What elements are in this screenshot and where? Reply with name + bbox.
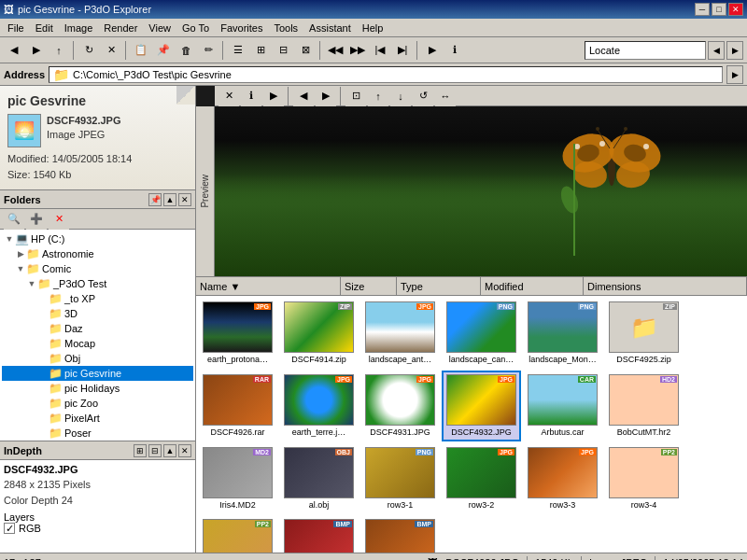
tree-item-daz[interactable]: 📁Daz: [2, 321, 193, 336]
preview-zoom-fit[interactable]: ⊡: [345, 86, 366, 106]
file-item-18[interactable]: PP2row3-5: [198, 515, 277, 553]
toolbar-delete[interactable]: 🗑: [176, 40, 196, 61]
file-item-6[interactable]: RARDSCF4926.rar: [198, 371, 277, 441]
menu-item-favorites[interactable]: Favorites: [215, 21, 268, 35]
tree-item-astronomie[interactable]: ▶📁Astronomie: [2, 246, 193, 261]
file-item-11[interactable]: HD2BobCutMT.hr2: [604, 371, 684, 441]
col-header-size[interactable]: Size: [341, 277, 397, 295]
layer-rgb-checkbox[interactable]: ✓: [4, 523, 15, 534]
file-item-14[interactable]: PNGrow3-1: [360, 443, 440, 514]
address-go[interactable]: ▶: [726, 65, 743, 84]
toolbar-view3[interactable]: ⊟: [273, 40, 293, 61]
tree-item-poser[interactable]: 📁Poser: [2, 426, 193, 441]
tree-item-pixelart[interactable]: 📁PixelArt: [2, 411, 193, 426]
toolbar-up[interactable]: ↑: [49, 40, 69, 61]
folders-add[interactable]: ➕: [26, 209, 47, 230]
toolbar-view1[interactable]: ☰: [228, 40, 248, 61]
col-header-type[interactable]: Type: [397, 277, 481, 295]
file-item-10[interactable]: CARArbutus.car: [523, 371, 602, 441]
indepth-ctrl-2[interactable]: ⊟: [148, 444, 162, 457]
tree-item-3d[interactable]: 📁3D: [2, 306, 193, 321]
tree-item-p3do[interactable]: ▼📁_P3dO Test: [2, 276, 193, 291]
menu-item-render[interactable]: Render: [98, 21, 143, 35]
maximize-button[interactable]: □: [712, 3, 726, 16]
col-header-modified[interactable]: Modified: [481, 277, 584, 295]
toolbar-info[interactable]: ℹ: [444, 40, 465, 61]
folders-ctrl-pin[interactable]: 📌: [148, 193, 162, 206]
file-item-12[interactable]: MD2Iris4.MD2: [198, 443, 277, 514]
file-item-3[interactable]: PNGlandscape_can…: [442, 298, 521, 369]
menu-item-tools[interactable]: Tools: [268, 21, 303, 35]
folders-search[interactable]: 🔍: [4, 209, 24, 230]
file-item-4[interactable]: PNGlandscape_Mon…: [523, 298, 602, 369]
menu-item-go-to[interactable]: Go To: [176, 21, 215, 35]
menu-item-image[interactable]: Image: [59, 21, 99, 35]
menu-item-help[interactable]: Help: [357, 21, 389, 35]
file-item-5[interactable]: 📁ZIPDSCF4925.zip: [604, 298, 684, 369]
file-item-7[interactable]: JPGearth_terre.j…: [279, 371, 359, 441]
file-item-1[interactable]: ZIPDSCF4914.zip: [279, 298, 359, 369]
tree-item-mocap[interactable]: 📁Mocap: [2, 336, 193, 351]
preview-prev[interactable]: ◀: [293, 86, 314, 106]
toolbar-paste[interactable]: 📌: [153, 40, 174, 61]
close-button[interactable]: ✕: [728, 3, 743, 16]
menu-item-assistant[interactable]: Assistant: [303, 21, 357, 35]
menu-item-view[interactable]: View: [143, 21, 176, 35]
toolbar-prev[interactable]: ◀◀: [325, 40, 345, 61]
col-header-name[interactable]: Name ▼: [196, 277, 341, 295]
indepth-ctrl-1[interactable]: ⊞: [134, 444, 147, 457]
file-item-13[interactable]: OBJal.obj: [279, 443, 359, 514]
preview-close[interactable]: ✕: [218, 86, 239, 106]
file-item-19[interactable]: BMProw3-6: [279, 515, 359, 553]
folders-delete[interactable]: ✕: [49, 209, 69, 230]
toolbar-last[interactable]: ▶|: [392, 40, 413, 61]
file-item-8[interactable]: JPGDSCF4931.JPG: [360, 371, 440, 441]
toolbar-back[interactable]: ◀: [4, 40, 24, 61]
indepth-ctrl-close[interactable]: ✕: [178, 444, 191, 457]
file-item-15[interactable]: JPGrow3-2: [442, 443, 521, 514]
tree-item-toxp[interactable]: 📁_to XP: [2, 291, 193, 306]
toolbar-copy[interactable]: 📋: [131, 40, 151, 61]
folders-ctrl-up[interactable]: ▲: [163, 193, 176, 206]
col-header-dimensions[interactable]: Dimensions: [584, 277, 747, 295]
toolbar-view2[interactable]: ⊞: [250, 40, 271, 61]
minimize-button[interactable]: ─: [695, 3, 710, 16]
file-item-16[interactable]: JPGrow3-3: [523, 443, 602, 514]
tree-item-obj[interactable]: 📁Obj: [2, 351, 193, 366]
toolbar-first[interactable]: |◀: [370, 40, 390, 61]
file-item-0[interactable]: JPGearth_protona…: [198, 298, 277, 369]
tree-item-picgesvrine[interactable]: 📁pic Gesvrine: [2, 366, 193, 381]
file-item-17[interactable]: PP2row3-4: [604, 443, 684, 514]
toolbar-view4[interactable]: ⊠: [295, 40, 316, 61]
preview-next[interactable]: ▶: [316, 86, 336, 106]
tree-item-picholidays[interactable]: 📁pic Holidays: [2, 381, 193, 396]
file-name-label: DSCF4932.JPG: [47, 115, 120, 126]
toolbar-next[interactable]: ▶▶: [347, 40, 368, 61]
folders-ctrl-close[interactable]: ✕: [178, 193, 191, 206]
locate-go-right[interactable]: ▶: [726, 41, 743, 60]
preview-zoom-in[interactable]: ↑: [368, 86, 388, 106]
tree-item-piczoo[interactable]: 📁pic Zoo: [2, 396, 193, 411]
file-item-2[interactable]: JPGlandscape_ant…: [360, 298, 440, 369]
locate-go-left[interactable]: ◀: [708, 41, 725, 60]
toolbar-play[interactable]: ▶: [422, 40, 443, 61]
toolbar-rename[interactable]: ✏: [198, 40, 218, 61]
toolbar-stop[interactable]: ✕: [101, 40, 121, 61]
preview-info[interactable]: ℹ: [241, 86, 261, 106]
indepth-ctrl-pin[interactable]: ▲: [163, 444, 176, 457]
preview-zoom-out[interactable]: ↓: [390, 86, 411, 106]
tree-item-comic[interactable]: ▼📁Comic: [2, 261, 193, 276]
tree-item-hp[interactable]: ▼💻HP (C:): [2, 231, 193, 246]
preview-flip[interactable]: ↔: [435, 86, 456, 106]
toolbar-refresh[interactable]: ↻: [78, 40, 99, 61]
preview-play[interactable]: ▶: [263, 86, 284, 106]
menu-item-file[interactable]: File: [2, 21, 30, 35]
menu-item-edit[interactable]: Edit: [30, 21, 59, 35]
file-item-20[interactable]: BMProw3-7: [360, 515, 440, 553]
file-thumb-15: JPG: [446, 447, 516, 498]
toolbar-forward[interactable]: ▶: [26, 40, 47, 61]
status-sep3: [655, 556, 655, 561]
file-item-9[interactable]: JPGDSCF4932.JPG: [442, 371, 521, 441]
preview-rotate[interactable]: ↺: [413, 86, 433, 106]
address-input[interactable]: 📁 C:\Comic\_P3dO Test\pic Gesvrine: [49, 66, 723, 83]
